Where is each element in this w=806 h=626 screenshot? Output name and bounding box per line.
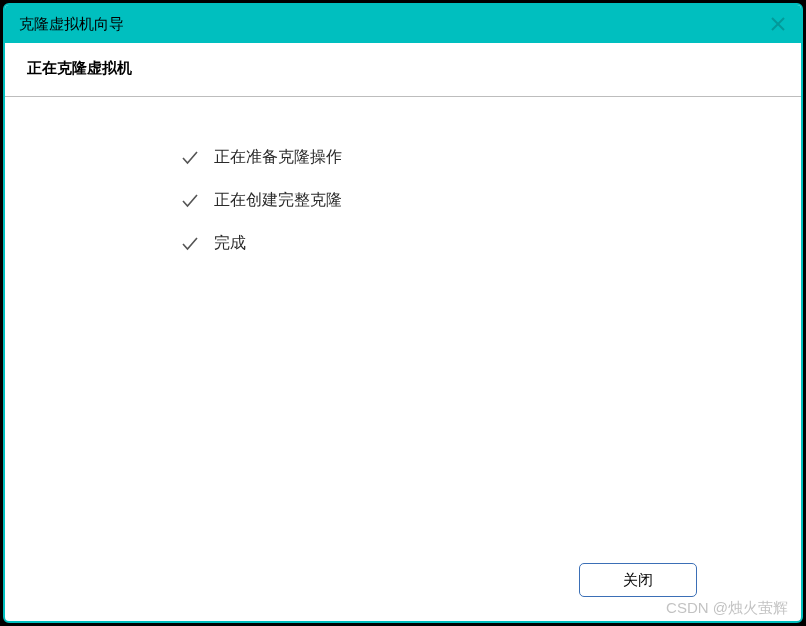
check-icon xyxy=(180,148,200,168)
step-item: 正在创建完整克隆 xyxy=(180,190,801,211)
close-icon xyxy=(771,17,785,31)
window-close-button[interactable] xyxy=(767,13,789,35)
window-title: 克隆虚拟机向导 xyxy=(19,15,124,34)
wizard-content: 正在准备克隆操作 正在创建完整克隆 完成 xyxy=(5,97,801,545)
close-button[interactable]: 关闭 xyxy=(579,563,697,597)
step-item: 完成 xyxy=(180,233,801,254)
check-icon xyxy=(180,191,200,211)
wizard-footer: 关闭 xyxy=(5,545,801,621)
step-label: 正在准备克隆操作 xyxy=(214,147,342,168)
check-icon xyxy=(180,234,200,254)
step-item: 正在准备克隆操作 xyxy=(180,147,801,168)
step-label: 完成 xyxy=(214,233,246,254)
titlebar: 克隆虚拟机向导 xyxy=(5,5,801,43)
wizard-header: 正在克隆虚拟机 xyxy=(5,43,801,97)
wizard-window: 克隆虚拟机向导 正在克隆虚拟机 正在准备克隆操作 正在创建完整克隆 xyxy=(3,3,803,623)
step-list: 正在准备克隆操作 正在创建完整克隆 完成 xyxy=(180,147,801,254)
page-title: 正在克隆虚拟机 xyxy=(27,59,779,78)
step-label: 正在创建完整克隆 xyxy=(214,190,342,211)
